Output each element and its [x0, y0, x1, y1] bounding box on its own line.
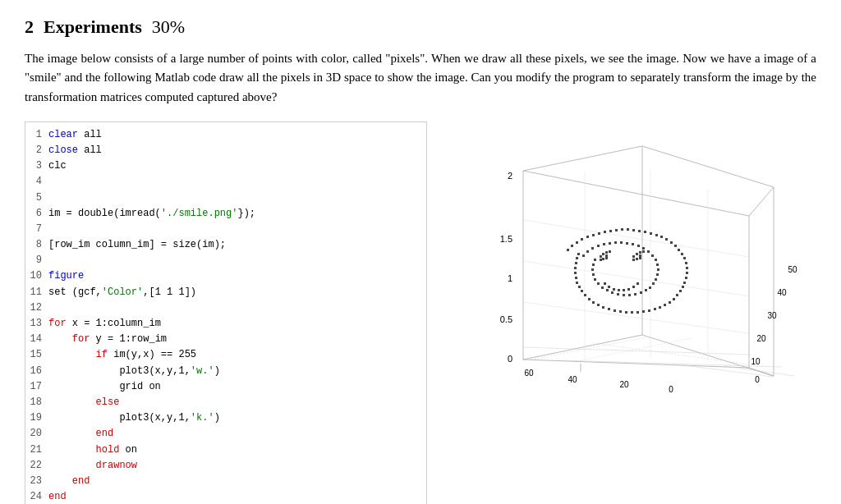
svg-rect-144 — [627, 288, 630, 291]
svg-rect-83 — [574, 267, 577, 269]
svg-rect-133 — [639, 251, 641, 254]
code-line: 1clear all — [25, 127, 426, 143]
code-token: clc — [48, 158, 67, 174]
z-tick-40b: 40 — [777, 288, 787, 297]
svg-rect-103 — [657, 268, 659, 271]
code-token: on — [119, 442, 137, 458]
y-tick-2: 2 — [508, 171, 512, 181]
svg-rect-71 — [614, 309, 616, 312]
code-token: _ — [143, 316, 149, 332]
code-token: im — [149, 316, 160, 332]
svg-rect-93 — [614, 241, 617, 244]
x-tick-20: 20 — [619, 380, 629, 389]
code-token: im = double(imread( — [48, 206, 161, 222]
code-token: ,[1 1 1]) — [143, 285, 196, 300]
svg-rect-63 — [659, 306, 661, 309]
line-number: 23 — [25, 474, 48, 489]
svg-rect-42 — [644, 231, 646, 233]
plot-area: 0 0.5 1 1.5 2 60 40 20 0 0 10 20 30 40 — [427, 121, 816, 401]
svg-rect-47 — [670, 241, 673, 244]
code-line: 22 drawnow — [25, 458, 426, 474]
line-number: 11 — [25, 285, 48, 300]
svg-rect-102 — [656, 263, 659, 266]
svg-rect-74 — [597, 304, 600, 306]
code-token — [48, 190, 54, 206]
svg-rect-119 — [592, 273, 595, 276]
svg-rect-36 — [609, 230, 612, 232]
plot-container: 0 0.5 1 1.5 2 60 40 20 0 0 10 20 30 40 — [453, 121, 798, 401]
code-line: 11set (gcf,'Color',[1 1 1]) — [25, 285, 426, 300]
svg-rect-104 — [656, 273, 659, 276]
code-token: im] = size(im); — [137, 237, 226, 253]
svg-rect-138 — [639, 254, 641, 257]
svg-rect-91 — [603, 243, 605, 245]
svg-rect-115 — [606, 289, 609, 291]
svg-rect-75 — [592, 301, 595, 304]
code-line: 20 end — [25, 426, 426, 442]
line-number: 5 — [25, 190, 48, 206]
svg-rect-105 — [655, 278, 657, 281]
line-number: 2 — [25, 143, 48, 158]
3d-plot-svg: 0 0.5 1 1.5 2 60 40 20 0 0 10 20 30 40 — [453, 121, 798, 401]
svg-rect-94 — [620, 241, 623, 244]
svg-rect-101 — [655, 259, 657, 261]
svg-rect-145 — [632, 286, 635, 288]
svg-rect-129 — [600, 259, 602, 261]
code-token: drawnow — [96, 458, 137, 474]
code-line: 15 if im(y,x) == 255 — [25, 347, 426, 363]
svg-rect-80 — [576, 282, 578, 284]
svg-rect-117 — [597, 282, 600, 285]
svg-rect-78 — [581, 290, 583, 292]
svg-rect-141 — [613, 288, 615, 291]
svg-rect-67 — [636, 311, 639, 314]
line-number: 13 — [25, 316, 48, 332]
code-token: grid on — [48, 379, 161, 395]
code-token — [48, 253, 54, 268]
line-number: 17 — [25, 379, 48, 395]
svg-rect-137 — [632, 259, 635, 261]
svg-rect-86 — [577, 253, 580, 255]
svg-rect-56 — [683, 282, 686, 284]
line-number: 22 — [25, 458, 48, 474]
svg-rect-125 — [605, 251, 608, 254]
svg-rect-92 — [609, 242, 611, 245]
code-token: ) — [214, 364, 220, 379]
code-line: 19 plot3(x,y,1,'k.') — [25, 410, 426, 426]
y-tick-05: 0.5 — [500, 314, 512, 324]
svg-rect-81 — [575, 277, 577, 279]
x-tick-40a: 40 — [568, 375, 577, 384]
line-number: 19 — [25, 410, 48, 426]
svg-rect-118 — [594, 278, 596, 281]
svg-rect-140 — [608, 286, 610, 288]
line-number: 9 — [25, 253, 48, 268]
svg-rect-61 — [669, 301, 671, 304]
svg-rect-123 — [600, 255, 602, 258]
line-number: 24 — [25, 489, 48, 504]
y-tick-15: 1.5 — [500, 234, 512, 244]
content-area: 1clear all2close all3clc4 5 6im = double… — [25, 121, 816, 504]
code-line: 4 — [25, 174, 426, 190]
line-number: 15 — [25, 347, 48, 363]
svg-rect-68 — [631, 311, 633, 314]
svg-rect-116 — [601, 286, 604, 289]
z-tick-50: 50 — [788, 265, 797, 274]
line-number: 12 — [25, 300, 48, 316]
code-line: 3clc — [25, 158, 426, 174]
code-token: end — [96, 426, 114, 442]
svg-rect-98 — [642, 247, 645, 250]
svg-rect-135 — [639, 257, 641, 259]
svg-rect-109 — [640, 291, 642, 294]
code-token: _ — [72, 237, 78, 253]
y-tick-1: 1 — [508, 273, 512, 283]
svg-rect-57 — [682, 286, 684, 288]
line-number: 7 — [25, 222, 48, 237]
svg-rect-54 — [686, 272, 688, 274]
svg-rect-111 — [628, 294, 631, 296]
code-token: }); — [237, 206, 255, 222]
svg-rect-37 — [615, 229, 618, 231]
code-token — [48, 395, 96, 410]
line-number: 18 — [25, 395, 48, 410]
svg-rect-46 — [665, 238, 668, 241]
svg-rect-48 — [674, 245, 677, 247]
code-token: else — [96, 395, 120, 410]
